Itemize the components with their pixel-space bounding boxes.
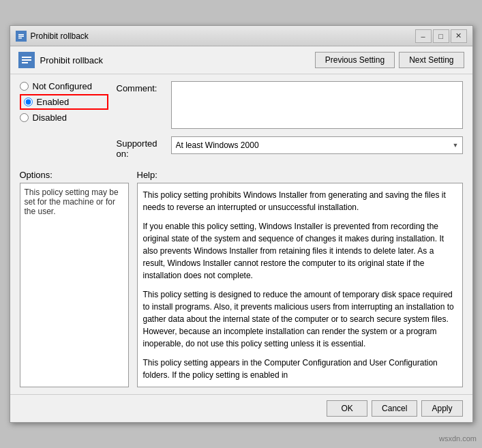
supported-on-row: Supported on: At least Windows 2000 [117,136,463,159]
radio-column: Not Configured Enabled Disabled [20,81,108,164]
cancel-button[interactable]: Cancel [372,400,417,417]
options-content: This policy setting may be set for the m… [25,188,119,216]
not-configured-option[interactable]: Not Configured [20,81,108,91]
window-icon [16,31,27,42]
watermark: wsxdn.com [439,434,477,443]
help-para-4: This policy setting appears in the Compu… [143,357,457,381]
main-window: Prohibit rollback – □ ✕ Prohibit rollbac… [10,25,473,423]
disabled-option[interactable]: Disabled [20,113,108,123]
previous-setting-button[interactable]: Previous Setting [315,52,395,68]
options-section: Options: This policy setting may be set … [20,170,129,387]
title-bar: Prohibit rollback – □ ✕ [10,26,472,46]
apply-button[interactable]: Apply [421,400,462,417]
help-para-3: This policy setting is designed to reduc… [143,288,457,350]
svg-rect-5 [22,57,31,58]
disabled-label: Disabled [33,113,67,123]
svg-rect-2 [18,35,24,37]
supported-on-dropdown[interactable]: At least Windows 2000 [171,136,463,154]
not-configured-label: Not Configured [33,81,92,91]
svg-rect-3 [18,38,22,39]
maximize-button[interactable]: □ [433,29,449,43]
enabled-radio[interactable] [24,98,33,106]
enabled-option[interactable]: Enabled [20,94,108,110]
options-header: Options: [20,170,129,180]
enabled-label: Enabled [37,97,70,107]
comment-label: Comment: [117,81,171,93]
ok-button[interactable]: OK [327,400,367,417]
header-title: Prohibit rollback [40,55,310,65]
help-para-2: If you enable this policy setting, Windo… [143,220,457,282]
main-content: Not Configured Enabled Disabled Comm [10,74,472,394]
help-section: Help: This policy setting prohibits Wind… [137,170,463,387]
nav-buttons: Previous Setting Next Setting [315,52,464,68]
window-title: Prohibit rollback [31,31,415,41]
supported-on-control: At least Windows 2000 [171,136,463,154]
next-setting-button[interactable]: Next Setting [399,52,464,68]
options-help-row: Options: This policy setting may be set … [20,170,463,387]
disabled-radio[interactable] [20,113,29,122]
comment-textarea[interactable] [171,81,463,129]
not-configured-radio[interactable] [20,82,29,91]
svg-rect-1 [18,34,24,35]
svg-rect-6 [22,59,31,61]
help-box-wrapper: This policy setting prohibits Windows In… [137,183,463,387]
help-header: Help: [137,170,463,180]
header-bar: Prohibit rollback Previous Setting Next … [10,46,472,74]
header-icon [18,52,35,68]
right-column: Comment: Supported on: At least Windows … [117,81,463,164]
comment-row: Comment: [117,81,463,131]
footer: OK Cancel Apply [10,394,472,422]
minimize-button[interactable]: – [415,29,432,43]
form-section: Not Configured Enabled Disabled Comm [20,81,463,164]
supported-on-label: Supported on: [117,136,171,159]
comment-control [171,81,463,131]
window-controls: – □ ✕ [415,29,467,43]
help-para-1: This policy setting prohibits Windows In… [143,189,457,213]
options-box: This policy setting may be set for the m… [20,183,129,387]
help-box[interactable]: This policy setting prohibits Windows In… [137,183,463,387]
svg-rect-7 [22,62,28,63]
close-button[interactable]: ✕ [451,29,467,43]
radio-group: Not Configured Enabled Disabled [20,81,108,123]
